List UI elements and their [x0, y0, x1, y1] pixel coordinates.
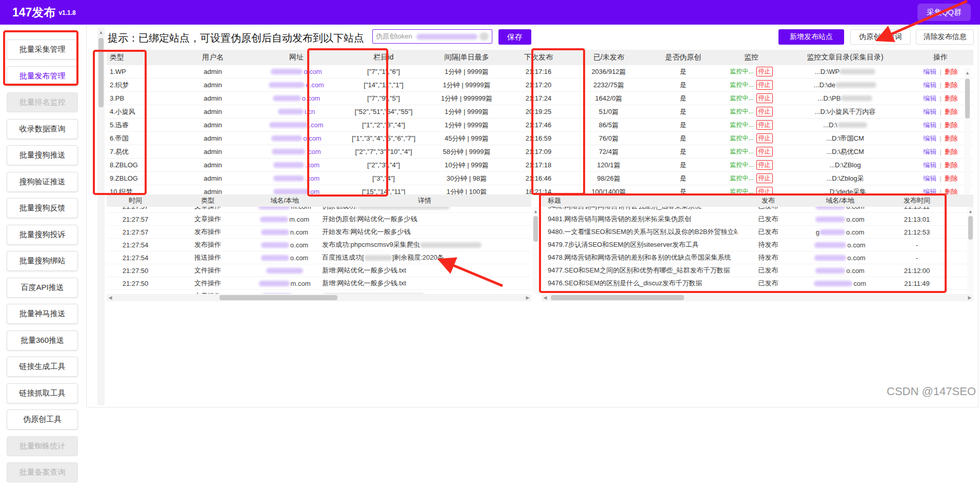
edit-link[interactable]: 编辑: [923, 174, 936, 183]
token-toggle-icon[interactable]: [479, 32, 489, 41]
scroll-up-icon[interactable]: ▲: [967, 208, 974, 215]
add-publish-site-button[interactable]: 新增发布站点: [778, 29, 844, 45]
cell-next-publish: 20:19:25: [506, 105, 571, 118]
edit-link[interactable]: 编辑: [923, 107, 936, 116]
delete-link[interactable]: 删除: [945, 174, 958, 183]
cell-monitor-dir: ...D:\ZBlog: [783, 159, 908, 171]
scroll-left-icon[interactable]: ◀: [107, 294, 114, 301]
cell-column-ids: ["1","2","3","4"]: [339, 119, 428, 131]
article-panel-vertical-scrollbar[interactable]: ▲: [967, 207, 974, 293]
log-panel-horizontal-scrollbar[interactable]: ◀ ▶: [107, 294, 531, 301]
sidebar-item[interactable]: 链接生成工具: [7, 357, 78, 377]
column-header: 域名/本地: [251, 194, 318, 207]
delete-link[interactable]: 删除: [945, 121, 958, 130]
site-table-vertical-scrollbar[interactable]: ▲: [964, 68, 971, 193]
scroll-up-icon[interactable]: ▲: [97, 29, 105, 36]
scroll-left-icon[interactable]: ◀: [542, 294, 549, 301]
content-vertical-scrollbar[interactable]: ▲: [97, 28, 105, 405]
edit-link[interactable]: 编辑: [923, 161, 936, 170]
cell-monitor-dir: ...D:\: [783, 119, 908, 131]
cell-domain: o.com: [799, 213, 881, 225]
scrollbar-thumb[interactable]: [219, 295, 337, 300]
cell-interval: 30分钟 | 98篇: [428, 172, 506, 185]
table-row: 7.易优admin.com["2","7","3","10","4"]58分钟 …: [107, 145, 973, 159]
cell-publish-time: 21:11:49: [881, 277, 953, 289]
sidebar-item[interactable]: 批量发布管理: [7, 66, 78, 86]
stop-button[interactable]: 停止: [756, 173, 773, 183]
scroll-up-icon[interactable]: ▲: [964, 69, 971, 76]
stop-button[interactable]: 停止: [756, 93, 773, 103]
edit-link[interactable]: 编辑: [923, 81, 936, 90]
cell-publish-count: 2036/912篇: [571, 65, 646, 78]
monitor-running-label: 监控中...: [730, 81, 753, 89]
cell-title: 9482.网络营销与网络营销有甚么差别_迅睿采集系统: [542, 207, 737, 212]
monitor-running-label: 监控中...: [730, 121, 753, 129]
domain-suffix: o.com: [846, 216, 864, 223]
url-suffix: .com: [305, 174, 319, 182]
scrollbar-thumb[interactable]: [98, 38, 104, 107]
sidebar-item[interactable]: 批量搜狗绑站: [7, 251, 78, 271]
edit-link[interactable]: 编辑: [923, 94, 936, 103]
article-row: 9476.SEO和SEM的区别是什么_discuz发布千万数据已发布com21:…: [542, 277, 973, 290]
redacted-blur: [814, 242, 846, 248]
delete-link[interactable]: 删除: [945, 134, 958, 143]
sidebar-item[interactable]: 伪原创工具: [7, 410, 78, 430]
scrollbar-thumb[interactable]: [965, 79, 970, 119]
scroll-right-icon[interactable]: ▶: [966, 294, 973, 301]
save-button[interactable]: 保存: [498, 29, 531, 45]
scrollbar-thumb[interactable]: [551, 295, 684, 300]
sidebar-item[interactable]: 百度API推送: [7, 278, 78, 298]
sidebar-item[interactable]: 批量搜狗反馈: [7, 198, 78, 218]
cell-op-type: 文章操作: [164, 213, 251, 225]
delete-link[interactable]: 删除: [945, 81, 958, 90]
stop-button[interactable]: 停止: [756, 107, 773, 116]
cell-pseudo-original: 是: [646, 145, 720, 158]
scrollbar-thumb[interactable]: [533, 216, 538, 242]
stop-button[interactable]: 停止: [756, 120, 773, 130]
scroll-up-icon[interactable]: ▲: [532, 208, 539, 215]
delete-link[interactable]: 删除: [945, 94, 958, 103]
qq-group-button[interactable]: 采集QQ群: [917, 4, 971, 21]
stop-button[interactable]: 停止: [756, 160, 773, 170]
edit-link[interactable]: 编辑: [923, 67, 936, 76]
sidebar-item[interactable]: 批量360推送: [7, 330, 78, 350]
cell-column-ids: ["14","11","1"]: [339, 79, 428, 91]
cell-monitor: 监控中...停止: [720, 79, 783, 91]
article-panel-horizontal-scrollbar[interactable]: ◀ ▶: [542, 294, 973, 301]
sidebar-item[interactable]: 批量采集管理: [7, 40, 78, 60]
stop-button[interactable]: 停止: [756, 80, 773, 90]
stop-button[interactable]: 停止: [756, 147, 773, 157]
delete-link[interactable]: 删除: [945, 67, 958, 76]
sidebar-item[interactable]: 批量搜狗投诉: [7, 225, 78, 245]
sidebar-item[interactable]: 搜狗验证推送: [7, 172, 78, 192]
log-panel-vertical-scrollbar[interactable]: ▲: [532, 207, 539, 294]
sidebar-item[interactable]: 收录数据查询: [7, 119, 78, 139]
cell-username: admin: [172, 159, 253, 171]
cell-publish-time: 21:12:53: [881, 226, 953, 238]
scrollbar-thumb[interactable]: [968, 216, 973, 240]
delete-link[interactable]: 删除: [945, 107, 958, 116]
scroll-right-icon[interactable]: ▶: [524, 294, 531, 301]
sidebar-item[interactable]: 批量神马推送: [7, 304, 78, 324]
clear-publish-info-button[interactable]: 清除发布信息: [916, 29, 974, 45]
cell-site-url: o.com: [253, 132, 339, 145]
cell-username: admin: [172, 65, 253, 78]
article-panel-rows: 9482.网络营销与网络营销有甚么差别_迅睿采集系统已发布o.com21:13:…: [542, 207, 973, 290]
log-row: 21:27:48文章操作.com: [107, 290, 531, 294]
cell-time: 21:27:57: [107, 213, 164, 225]
stop-button[interactable]: 停止: [756, 67, 773, 76]
pseudo-token-input[interactable]: 伪原创token: [372, 29, 492, 44]
delete-link[interactable]: 删除: [945, 147, 958, 157]
edit-link[interactable]: 编辑: [923, 121, 936, 130]
cell-op-type: 推送操作: [164, 251, 251, 264]
cell-type: 2.织梦: [107, 79, 172, 91]
cell-monitor: 监控中...停止: [720, 132, 783, 145]
domain-suffix: o.com: [847, 241, 865, 249]
edit-link[interactable]: 编辑: [923, 134, 936, 143]
sidebar-item[interactable]: 链接抓取工具: [7, 383, 78, 403]
delete-link[interactable]: 删除: [945, 161, 958, 170]
pseudo-keep-words-button[interactable]: 伪原创保留词: [850, 29, 911, 45]
edit-link[interactable]: 编辑: [923, 147, 936, 157]
stop-button[interactable]: 停止: [756, 133, 773, 143]
sidebar-item[interactable]: 批量搜狗推送: [7, 145, 78, 165]
